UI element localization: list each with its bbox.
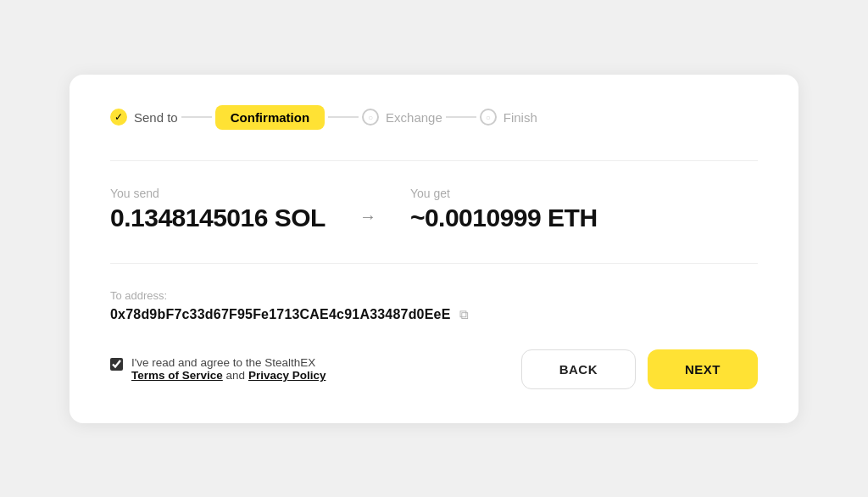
- step-finish-label: Finish: [504, 110, 537, 125]
- step-send-to: ✓ Send to: [110, 109, 178, 126]
- send-label: You send: [110, 187, 326, 200]
- address-section: To address: 0x78d9bF7c33d67F95Fe1713CAE4…: [110, 289, 758, 322]
- agreement-checkbox[interactable]: [110, 358, 123, 371]
- terms-of-service-link[interactable]: Terms of Service: [131, 369, 223, 382]
- step-exchange-icon: ○: [362, 109, 379, 126]
- exchange-row: You send 0.1348145016 SOL → You get ~0.0…: [110, 187, 758, 232]
- address-row: 0x78d9bF7c33d67F95Fe1713CAE4c91A33487d0E…: [110, 307, 758, 322]
- address-label: To address:: [110, 289, 758, 302]
- copy-icon[interactable]: ⧉: [459, 307, 469, 322]
- step-confirmation: Confirmation: [215, 105, 325, 130]
- get-label: You get: [410, 187, 598, 200]
- step-finish-icon: ○: [480, 109, 497, 126]
- agreement-label[interactable]: I've read and agree to the StealthEX Ter…: [110, 356, 326, 382]
- send-side: You send 0.1348145016 SOL: [110, 187, 326, 232]
- divider-top: [110, 160, 758, 161]
- connector-1: [181, 116, 212, 118]
- step-send-to-icon: ✓: [110, 109, 127, 126]
- address-value: 0x78d9bF7c33d67F95Fe1713CAE4c91A33487d0E…: [110, 307, 451, 322]
- stepper: ✓ Send to Confirmation ○ Exchange ○ Fini…: [110, 105, 758, 130]
- step-confirmation-label: Confirmation: [215, 105, 325, 130]
- agreement-text: I've read and agree to the StealthEX Ter…: [131, 356, 326, 382]
- send-amount: 0.1348145016 SOL: [110, 204, 326, 232]
- step-exchange: ○ Exchange: [362, 109, 442, 126]
- main-card: ✓ Send to Confirmation ○ Exchange ○ Fini…: [70, 75, 798, 423]
- back-button[interactable]: BACK: [521, 349, 636, 389]
- step-exchange-label: Exchange: [386, 110, 442, 125]
- next-button[interactable]: NEXT: [648, 349, 758, 389]
- privacy-policy-link[interactable]: Privacy Policy: [248, 369, 326, 382]
- get-amount: ~0.0010999 ETH: [410, 204, 598, 232]
- action-buttons: BACK NEXT: [521, 349, 758, 389]
- bottom-row: I've read and agree to the StealthEX Ter…: [110, 349, 758, 389]
- step-send-to-label: Send to: [134, 110, 178, 125]
- get-side: You get ~0.0010999 ETH: [410, 187, 598, 232]
- step-finish: ○ Finish: [480, 109, 537, 126]
- connector-3: [446, 116, 476, 118]
- connector-2: [328, 116, 359, 118]
- divider-mid: [110, 263, 758, 264]
- exchange-arrow-icon: →: [359, 207, 376, 226]
